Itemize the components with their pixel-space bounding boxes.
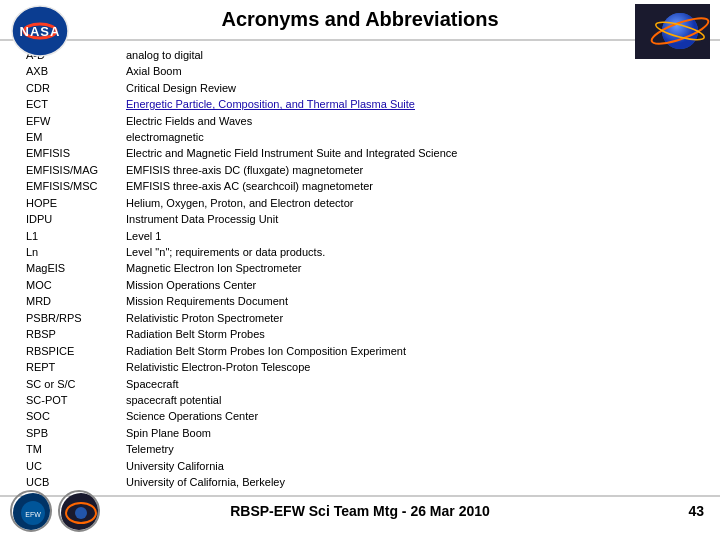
acronym-definition: Instrument Data Processig Unit [120, 211, 700, 227]
table-row: A-Danalog to digital [20, 47, 700, 63]
table-row: AXBAxial Boom [20, 63, 700, 79]
acronym-abbr: CDR [20, 80, 120, 96]
acronym-abbr: IDPU [20, 211, 120, 227]
acronym-abbr: TM [20, 442, 120, 458]
acronym-definition: Mission Operations Center [120, 277, 700, 293]
table-row: MagEISMagnetic Electron Ion Spectrometer [20, 261, 700, 277]
acronym-content: A-Danalog to digitalAXBAxial BoomCDRCrit… [0, 41, 720, 497]
svg-text:NASA: NASA [20, 24, 61, 39]
table-row: MOCMission Operations Center [20, 277, 700, 293]
acronym-abbr: EMFISIS [20, 146, 120, 162]
footer-logo-2 [58, 490, 100, 532]
acronym-definition: Energetic Particle, Composition, and The… [120, 96, 700, 112]
acronym-abbr: Ln [20, 244, 120, 260]
table-row: UCUniversity California [20, 458, 700, 474]
acronym-definition: Electric Fields and Waves [120, 113, 700, 129]
acronym-definition: Spacecraft [120, 376, 700, 392]
acronym-definition: Level 1 [120, 228, 700, 244]
table-row: EMFISIS/MAGEMFISIS three-axis DC (fluxga… [20, 162, 700, 178]
svg-point-15 [75, 507, 87, 519]
table-row: SC or S/CSpacecraft [20, 376, 700, 392]
acronym-abbr: SOC [20, 409, 120, 425]
acronym-definition: University California [120, 458, 700, 474]
table-row: EMelectromagnetic [20, 129, 700, 145]
acronym-abbr: MagEIS [20, 261, 120, 277]
acronym-definition: Electric and Magnetic Field Instrument S… [120, 146, 700, 162]
page-number: 43 [688, 503, 704, 519]
table-row: ECTEnergetic Particle, Composition, and … [20, 96, 700, 112]
acronym-abbr: L1 [20, 228, 120, 244]
acronym-definition: EMFISIS three-axis AC (searchcoil) magne… [120, 179, 700, 195]
acronym-definition: Axial Boom [120, 63, 700, 79]
acronym-definition: Relativistic Electron-Proton Telescope [120, 359, 700, 375]
acronym-definition: Telemetry [120, 442, 700, 458]
table-row: TMTelemetry [20, 442, 700, 458]
acronym-definition: spacecraft potential [120, 392, 700, 408]
footer-logo-1: EFW [10, 490, 52, 532]
acronym-abbr: SC or S/C [20, 376, 120, 392]
acronym-abbr: EMFISIS/MAG [20, 162, 120, 178]
table-row: MRDMission Requirements Document [20, 294, 700, 310]
table-row: PSBR/RPSRelativistic Proton Spectrometer [20, 310, 700, 326]
acronym-abbr: ECT [20, 96, 120, 112]
svg-text:EFW: EFW [25, 511, 41, 518]
nasa-logo: NASA [10, 4, 70, 59]
table-row: EFWElectric Fields and Waves [20, 113, 700, 129]
page-header: NASA Acronyms and Abbreviations [0, 0, 720, 41]
table-row: HOPEHelium, Oxygen, Proton, and Electron… [20, 195, 700, 211]
acronym-definition: University of California, Berkeley [120, 474, 700, 490]
acronym-definition: Mission Requirements Document [120, 294, 700, 310]
acronym-definition: Magnetic Electron Ion Spectrometer [120, 261, 700, 277]
footer-text: RBSP-EFW Sci Team Mtg - 26 Mar 2010 [230, 503, 490, 519]
acronym-abbr: HOPE [20, 195, 120, 211]
acronym-definition: analog to digital [120, 47, 700, 63]
table-row: SC-POTspacecraft potential [20, 392, 700, 408]
acronym-definition: Science Operations Center [120, 409, 700, 425]
acronym-abbr: PSBR/RPS [20, 310, 120, 326]
acronym-abbr: UCB [20, 474, 120, 490]
table-row: LnLevel "n"; requirements or data produc… [20, 244, 700, 260]
page-footer: EFW RBSP-EFW Sci Team Mtg - 26 Mar 2010 … [0, 497, 720, 525]
table-row: REPTRelativistic Electron-Proton Telesco… [20, 359, 700, 375]
acronym-abbr: SC-POT [20, 392, 120, 408]
table-row: IDPUInstrument Data Processig Unit [20, 211, 700, 227]
acronym-abbr: MRD [20, 294, 120, 310]
acronym-abbr: REPT [20, 359, 120, 375]
acronym-abbr: MOC [20, 277, 120, 293]
acronym-abbr: EMFISIS/MSC [20, 179, 120, 195]
table-row: EMFISIS/MSCEMFISIS three-axis AC (search… [20, 179, 700, 195]
acronym-abbr: EM [20, 129, 120, 145]
acronym-abbr: SPB [20, 425, 120, 441]
table-row: CDRCritical Design Review [20, 80, 700, 96]
acronym-definition: Spin Plane Boom [120, 425, 700, 441]
acronym-table: A-Danalog to digitalAXBAxial BoomCDRCrit… [20, 47, 700, 491]
acronym-definition: EMFISIS three-axis DC (fluxgate) magneto… [120, 162, 700, 178]
acronym-definition: Radiation Belt Storm Probes [120, 326, 700, 342]
acronym-link[interactable]: Energetic Particle, Composition, and The… [126, 98, 415, 110]
footer-logos: EFW [10, 490, 100, 532]
table-row: SOCScience Operations Center [20, 409, 700, 425]
page-title: Acronyms and Abbreviations [221, 8, 498, 31]
table-row: EMFISISElectric and Magnetic Field Instr… [20, 146, 700, 162]
acronym-definition: Relativistic Proton Spectrometer [120, 310, 700, 326]
acronym-abbr: EFW [20, 113, 120, 129]
acronym-definition: Radiation Belt Storm Probes Ion Composit… [120, 343, 700, 359]
table-row: RBSPICERadiation Belt Storm Probes Ion C… [20, 343, 700, 359]
table-row: RBSPRadiation Belt Storm Probes [20, 326, 700, 342]
acronym-abbr: RBSPICE [20, 343, 120, 359]
acronym-definition: Critical Design Review [120, 80, 700, 96]
acronym-definition: Level "n"; requirements or data products… [120, 244, 700, 260]
table-row: L1Level 1 [20, 228, 700, 244]
acronym-definition: Helium, Oxygen, Proton, and Electron det… [120, 195, 700, 211]
acronym-abbr: RBSP [20, 326, 120, 342]
acronym-abbr: AXB [20, 63, 120, 79]
table-row: SPBSpin Plane Boom [20, 425, 700, 441]
acronym-definition: electromagnetic [120, 129, 700, 145]
table-row: UCBUniversity of California, Berkeley [20, 474, 700, 490]
acronym-abbr: UC [20, 458, 120, 474]
mission-logo [635, 4, 710, 59]
